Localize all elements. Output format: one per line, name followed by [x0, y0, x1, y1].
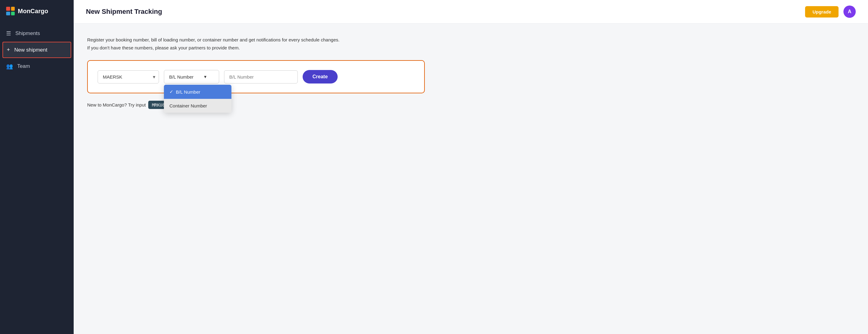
sidebar-nav: ☰ Shipments + New shipment 👥 Team — [0, 22, 74, 78]
upgrade-button[interactable]: Upgrade — [805, 6, 839, 18]
type-dropdown-selected: B/L Number — [169, 74, 193, 80]
type-dropdown-wrapper: B/L Number ▾ ✓ B/L Number Container Numb… — [164, 70, 219, 84]
content-area: Register your booking number, bill of lo… — [74, 24, 868, 334]
checkmark-icon: ✓ — [169, 89, 174, 95]
type-option-container[interactable]: Container Number — [164, 99, 231, 113]
team-icon: 👥 — [6, 63, 13, 70]
carrier-select[interactable]: MAERSK MSC CMA CGM COSCO EVERGREEN — [98, 70, 159, 84]
new-shipment-icon: + — [7, 47, 10, 53]
sidebar: MonCargo ☰ Shipments + New shipment 👥 Te… — [0, 0, 74, 334]
sidebar-item-shipments[interactable]: ☰ Shipments — [0, 25, 74, 42]
type-option-container-label: Container Number — [169, 103, 207, 109]
sidebar-item-shipments-label: Shipments — [16, 30, 40, 36]
avatar[interactable]: A — [843, 5, 856, 18]
type-dropdown-trigger[interactable]: B/L Number ▾ — [164, 70, 219, 84]
sidebar-item-new-shipment-label: New shipment — [14, 47, 48, 53]
type-option-bl[interactable]: ✓ B/L Number — [164, 85, 231, 99]
header-actions: Upgrade A — [805, 5, 856, 18]
type-dropdown-arrow-icon: ▾ — [204, 74, 207, 80]
shipments-icon: ☰ — [6, 30, 11, 37]
logo-text: MonCargo — [18, 8, 48, 15]
carrier-select-wrapper: MAERSK MSC CMA CGM COSCO EVERGREEN ▾ — [98, 70, 159, 84]
logo: MonCargo — [0, 0, 74, 22]
hint-prefix: New to MonCargo? Try input — [87, 102, 146, 108]
create-button[interactable]: Create — [303, 70, 338, 84]
sidebar-item-team-label: Team — [17, 63, 30, 69]
page-title: New Shipment Tracking — [86, 8, 162, 16]
description-line1: Register your booking number, bill of lo… — [87, 37, 339, 42]
form-area: MAERSK MSC CMA CGM COSCO EVERGREEN ▾ B/L… — [87, 60, 425, 93]
type-dropdown-menu: ✓ B/L Number Container Number — [164, 85, 231, 113]
sidebar-item-team[interactable]: 👥 Team — [0, 58, 74, 74]
sidebar-item-new-shipment[interactable]: + New shipment — [2, 42, 71, 58]
header: New Shipment Tracking Upgrade A — [74, 0, 868, 24]
number-input[interactable] — [224, 70, 298, 84]
description: Register your booking number, bill of lo… — [87, 36, 855, 52]
type-option-bl-label: B/L Number — [176, 89, 200, 95]
description-line2: If you don't have these numbers, please … — [87, 45, 240, 50]
main-content: New Shipment Tracking Upgrade A Register… — [74, 0, 868, 334]
logo-icon — [6, 7, 15, 16]
